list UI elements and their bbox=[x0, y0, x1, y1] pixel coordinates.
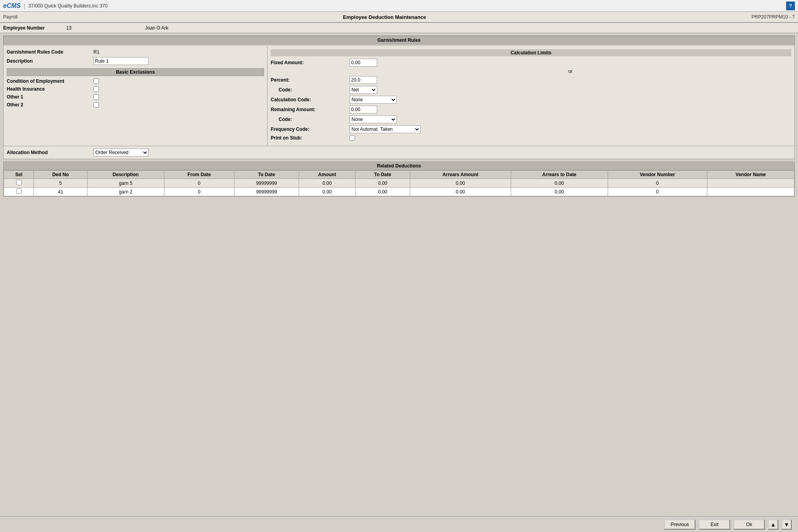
condition-employment-row: Condition of Employment bbox=[7, 78, 264, 84]
health-insurance-checkbox[interactable] bbox=[93, 86, 99, 92]
col-vendor-number: Vendor Number bbox=[608, 171, 707, 179]
allocation-method-select[interactable]: Order Received bbox=[93, 149, 149, 156]
col-from-date: From Date bbox=[164, 171, 234, 179]
remaining-code-label: Code: bbox=[271, 117, 350, 122]
percent-label: Percent: bbox=[271, 77, 350, 83]
ok-button[interactable]: Ok bbox=[733, 519, 765, 530]
frequency-code-select[interactable]: Not Automat. Taken bbox=[350, 125, 420, 133]
row1-sel[interactable] bbox=[4, 179, 34, 188]
employee-name: Joan O Ark bbox=[145, 25, 168, 31]
title-bar-separator: | bbox=[24, 3, 25, 9]
row1-to-date2: 0.00 bbox=[355, 179, 410, 188]
employee-row: Employee Number 13 Joan O Ark bbox=[0, 23, 798, 33]
row2-ded-no: 41 bbox=[34, 188, 87, 196]
print-on-stub-label: Print on Stub: bbox=[271, 135, 350, 141]
row2-description: garn 2 bbox=[87, 188, 164, 196]
title-bar-info: 37/000 Quick Quality Builders,Inc 370 bbox=[28, 3, 108, 9]
health-insurance-label: Health Insurance bbox=[7, 86, 93, 92]
remaining-amount-row: Remaining Amount: bbox=[271, 106, 791, 113]
row1-description: garn 5 bbox=[87, 179, 164, 188]
title-bar: eCMS | 37/000 Quick Quality Builders,Inc… bbox=[0, 0, 798, 12]
rules-code-row: Garnishment Rules Code R1 bbox=[7, 49, 264, 55]
description-input[interactable] bbox=[93, 57, 149, 65]
remaining-amount-label: Remaining Amount: bbox=[271, 107, 350, 112]
row2-vendor-number: 0 bbox=[608, 188, 707, 196]
row2-sel-checkbox[interactable] bbox=[16, 188, 22, 194]
exit-button[interactable]: Exit bbox=[699, 519, 730, 530]
garnishment-section: Garnishment Rules Garnishment Rules Code… bbox=[3, 35, 795, 159]
related-deductions-table: Sel Ded No Description From Date To Date… bbox=[4, 170, 794, 196]
fixed-amount-row: Fixed Amount: bbox=[271, 59, 791, 67]
rules-code-value: R1 bbox=[93, 49, 99, 55]
condition-employment-label: Condition of Employment bbox=[7, 78, 93, 84]
percent-row: Percent: bbox=[271, 76, 791, 84]
condition-employment-checkbox[interactable] bbox=[93, 78, 99, 84]
calculation-code-row: Calculation Code: None bbox=[271, 96, 791, 104]
table-row: 5 garn 5 0 99999999 0.00 0.00 0.00 0.00 … bbox=[4, 179, 794, 188]
module-name: Payroll bbox=[3, 14, 18, 20]
frequency-code-label: Frequency Code: bbox=[271, 126, 350, 132]
allocation-method-row: Allocation Method Order Received bbox=[4, 146, 794, 159]
remaining-amount-input[interactable] bbox=[350, 106, 377, 113]
row1-vendor-name bbox=[707, 179, 794, 188]
right-panel: Calculation Limits Fixed Amount: or Perc… bbox=[268, 46, 794, 146]
screen-code: PRP207PRPM10 - 7 bbox=[751, 14, 795, 20]
col-to-date2: To Date bbox=[355, 171, 410, 179]
row1-amount: 0.00 bbox=[299, 179, 355, 188]
other1-label: Other 1 bbox=[7, 94, 93, 100]
page-title: Employee Deduction Maintenance bbox=[343, 14, 426, 20]
calculation-code-label: Calculation Code: bbox=[271, 97, 350, 102]
code-label: Code: bbox=[271, 87, 350, 93]
bottom-bar: Previous Exit Ok ▲ ▼ bbox=[0, 516, 798, 532]
or-text: or bbox=[350, 69, 791, 74]
row1-arrears-to-date: 0.00 bbox=[511, 179, 608, 188]
remaining-code-row: Code: None bbox=[271, 115, 791, 123]
menu-bar: Payroll Employee Deduction Maintenance P… bbox=[0, 12, 798, 23]
garnishment-body: Garnishment Rules Code R1 Description Ba… bbox=[4, 46, 794, 146]
print-on-stub-checkbox[interactable] bbox=[350, 135, 355, 141]
row2-to-date: 99999999 bbox=[234, 188, 299, 196]
description-row: Description bbox=[7, 57, 264, 65]
row1-sel-checkbox[interactable] bbox=[16, 180, 22, 185]
employee-number-label: Employee Number bbox=[3, 25, 66, 31]
row2-amount: 0.00 bbox=[299, 188, 355, 196]
description-label: Description bbox=[7, 58, 93, 64]
row1-arrears-amount: 0.00 bbox=[410, 179, 511, 188]
row2-arrears-amount: 0.00 bbox=[410, 188, 511, 196]
ecms-logo: eCMS bbox=[3, 2, 20, 9]
employee-number-value: 13 bbox=[66, 25, 145, 31]
other2-row: Other 2 bbox=[7, 102, 264, 108]
col-ded-no: Ded No bbox=[34, 171, 87, 179]
fixed-amount-input[interactable] bbox=[350, 59, 377, 67]
calculation-code-select[interactable]: None bbox=[350, 96, 397, 104]
help-button[interactable]: ? bbox=[786, 2, 795, 10]
col-amount: Amount bbox=[299, 171, 355, 179]
col-sel: Sel bbox=[4, 171, 34, 179]
remaining-code-select[interactable]: None bbox=[350, 115, 397, 123]
row1-vendor-number: 0 bbox=[608, 179, 707, 188]
frequency-code-row: Frequency Code: Not Automat. Taken bbox=[271, 125, 791, 133]
col-vendor-name: Vendor Name bbox=[707, 171, 794, 179]
row2-vendor-name bbox=[707, 188, 794, 196]
other1-checkbox[interactable] bbox=[93, 94, 99, 100]
table-row: 41 garn 2 0 99999999 0.00 0.00 0.00 0.00… bbox=[4, 188, 794, 196]
col-to-date: To Date bbox=[234, 171, 299, 179]
other2-label: Other 2 bbox=[7, 102, 93, 108]
row2-arrears-to-date: 0.00 bbox=[511, 188, 608, 196]
other1-row: Other 1 bbox=[7, 94, 264, 100]
code-row: Code: Net Gross bbox=[271, 86, 791, 94]
col-arrears-amount: Arrears Amount bbox=[410, 171, 511, 179]
col-arrears-to-date: Arrears to Date bbox=[511, 171, 608, 179]
calc-limits-header: Calculation Limits bbox=[271, 49, 791, 56]
code-select[interactable]: Net Gross bbox=[350, 86, 377, 94]
other2-checkbox[interactable] bbox=[93, 102, 99, 108]
nav-down-button[interactable]: ▼ bbox=[781, 519, 792, 530]
row2-to-date2: 0.00 bbox=[355, 188, 410, 196]
rules-code-label: Garnishment Rules Code bbox=[7, 49, 93, 55]
nav-up-button[interactable]: ▲ bbox=[768, 519, 778, 530]
main-content: Garnishment Rules Garnishment Rules Code… bbox=[0, 33, 798, 199]
percent-input[interactable] bbox=[350, 76, 377, 84]
garnishment-section-header: Garnishment Rules bbox=[4, 36, 794, 45]
previous-button[interactable]: Previous bbox=[664, 519, 696, 530]
row2-sel[interactable] bbox=[4, 188, 34, 196]
